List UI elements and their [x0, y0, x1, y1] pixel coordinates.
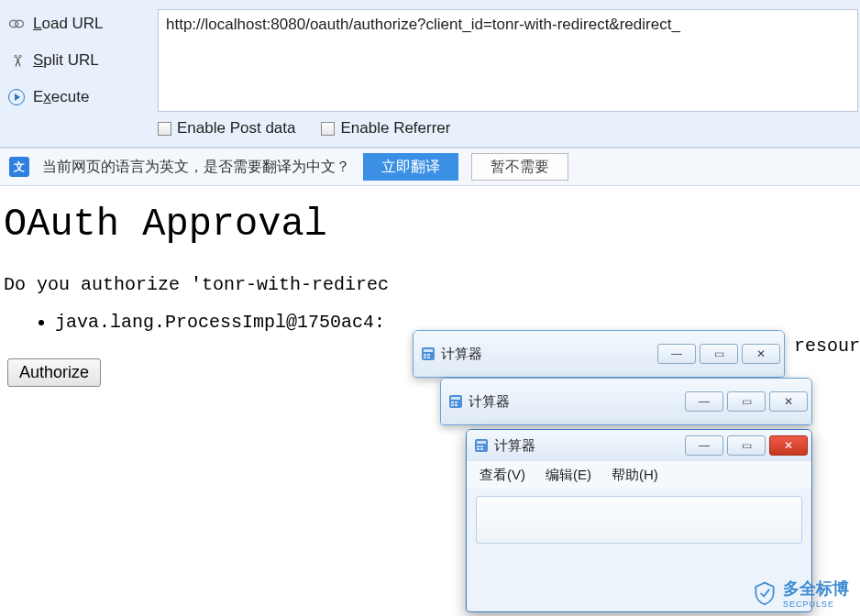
svg-rect-19 [480, 448, 483, 450]
url-tool-panel: Load URL ✂ Split URL Execute http://loca… [0, 0, 860, 148]
authorize-question: Do you authorize 'tonr-with-redirec [4, 274, 856, 295]
calculator-menubar: 查看(V) 编辑(E) 帮助(H) [467, 461, 811, 489]
calculator-icon [474, 438, 489, 453]
calculator-icon [448, 394, 463, 409]
maximize-button[interactable]: ▭ [727, 435, 766, 456]
load-url-button[interactable]: Load URL [0, 6, 158, 42]
load-url-label: Load URL [33, 15, 104, 32]
play-icon [8, 89, 25, 105]
svg-rect-13 [455, 404, 458, 406]
watermark: 多全标博 SECPULSE [752, 578, 849, 609]
enable-referrer-label: Enable Referrer [340, 119, 450, 138]
calculator-window-2[interactable]: 计算器 — ▭ ✕ [440, 378, 812, 425]
tool-button-column: Load URL ✂ Split URL Execute [0, 6, 158, 116]
menu-view[interactable]: 查看(V) [480, 467, 525, 484]
close-button[interactable]: ✕ [742, 344, 780, 364]
svg-point-1 [16, 20, 24, 28]
minimize-button[interactable]: — [685, 391, 723, 412]
window-title: 计算器 [494, 437, 676, 455]
close-button[interactable]: ✕ [769, 391, 808, 412]
watermark-sub: SECPULSE [783, 600, 849, 609]
checkbox-icon [321, 122, 335, 136]
translate-prompt: 当前网页的语言为英文，是否需要翻译为中文？ [42, 158, 350, 177]
execute-label: Execute [33, 88, 89, 105]
menu-help[interactable]: 帮助(H) [612, 467, 658, 484]
checkbox-icon [158, 122, 171, 136]
watermark-brand: 多全标博 [783, 579, 849, 598]
svg-rect-10 [451, 402, 454, 403]
cutoff-text: resour [794, 336, 860, 357]
menu-edit[interactable]: 编辑(E) [546, 467, 591, 484]
minimize-button[interactable]: — [657, 344, 696, 364]
svg-rect-15 [477, 441, 486, 444]
svg-rect-18 [477, 448, 480, 450]
calculator-display [476, 496, 802, 544]
authorize-button[interactable]: Authorize [7, 358, 101, 387]
minimize-button[interactable]: — [685, 435, 723, 456]
link-icon [8, 17, 25, 30]
svg-rect-7 [427, 357, 430, 358]
scissors-icon: ✂ [6, 54, 27, 68]
split-url-label: Split URL [33, 51, 99, 69]
calculator-icon [421, 346, 436, 361]
url-input[interactable]: http://localhost:8080/oauth/authorize?cl… [158, 9, 858, 112]
translate-icon: 文 [9, 157, 29, 177]
svg-rect-17 [480, 446, 483, 447]
maximize-button[interactable]: ▭ [727, 391, 766, 412]
enable-post-label: Enable Post data [177, 119, 295, 138]
page-title: OAuth Approval [4, 203, 856, 247]
window-title: 计算器 [469, 393, 676, 411]
svg-rect-3 [424, 349, 433, 352]
split-url-button[interactable]: ✂ Split URL [0, 42, 158, 79]
translate-bar: 文 当前网页的语言为英文，是否需要翻译为中文？ 立即翻译 暂不需要 [0, 148, 860, 186]
svg-rect-4 [424, 354, 426, 356]
svg-rect-6 [424, 357, 426, 358]
window-title: 计算器 [441, 346, 648, 363]
close-button[interactable]: ✕ [769, 435, 808, 456]
translate-dismiss-button[interactable]: 暂不需要 [471, 153, 568, 181]
enable-referrer-checkbox[interactable]: Enable Referrer [321, 119, 450, 138]
execute-button[interactable]: Execute [0, 79, 158, 116]
svg-rect-12 [451, 404, 454, 406]
translate-now-button[interactable]: 立即翻译 [363, 153, 458, 181]
shield-icon [752, 580, 777, 606]
svg-rect-5 [427, 354, 430, 356]
calculator-window-1[interactable]: 计算器 — ▭ ✕ [413, 330, 785, 378]
enable-post-checkbox[interactable]: Enable Post data [158, 119, 295, 138]
svg-rect-16 [477, 446, 480, 447]
svg-rect-9 [451, 397, 460, 400]
svg-rect-11 [455, 402, 458, 403]
maximize-button[interactable]: ▭ [700, 344, 738, 364]
